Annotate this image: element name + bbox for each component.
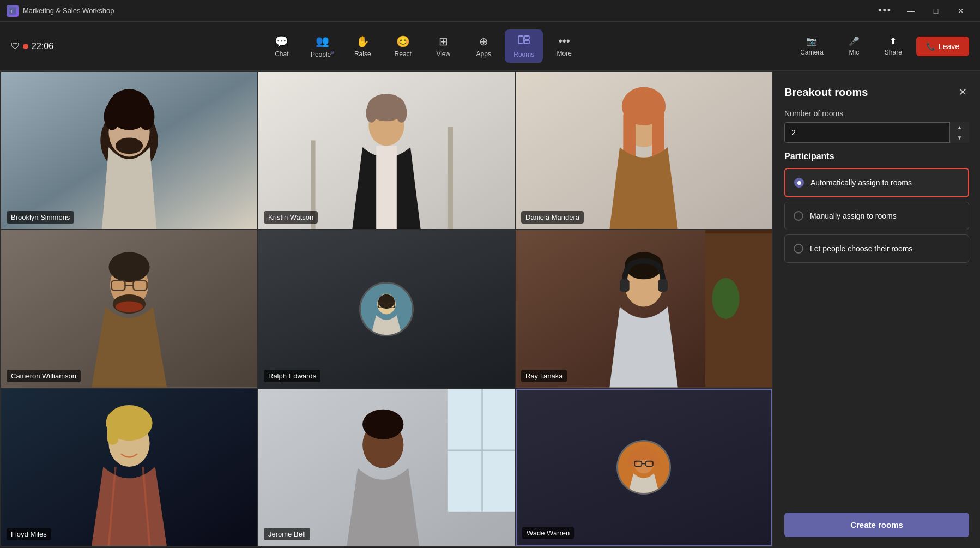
manual-assign-label: Manually assign to rooms — [810, 212, 897, 220]
name-brooklyn: Brooklyn Simmons — [7, 211, 74, 224]
svg-rect-17 — [448, 127, 453, 229]
video-cell-cameron: Cameron Williamson — [1, 230, 257, 387]
chat-label: Chat — [275, 50, 288, 58]
auto-assign-option[interactable]: Automatically assign to rooms — [784, 168, 969, 197]
manual-assign-radio[interactable] — [794, 211, 803, 221]
rooms-icon — [518, 34, 530, 49]
participants-section: Participants Automatically assign to roo… — [784, 152, 969, 267]
nav-raise[interactable]: ✋ Raise — [343, 31, 382, 62]
chat-icon: 💬 — [275, 35, 288, 48]
react-icon: 😊 — [396, 35, 410, 48]
close-button[interactable]: ✕ — [948, 2, 973, 20]
toolbar-right: 📷 Camera 🎤 Mic ⬆ Share 📞 Leave — [793, 32, 969, 61]
name-floyd: Floyd Miles — [7, 528, 51, 540]
panel-body: Number of rooms ▲ ▼ Participants Automat… — [773, 109, 980, 548]
share-label: Share — [885, 49, 902, 56]
number-of-rooms-label: Number of rooms — [784, 109, 969, 118]
auto-assign-label: Automatically assign to rooms — [810, 178, 912, 187]
spacer — [784, 276, 969, 504]
auto-assign-radio[interactable] — [794, 178, 804, 188]
nav-react[interactable]: 😊 React — [384, 31, 422, 62]
name-kristin: Kristin Watson — [264, 211, 318, 224]
name-jerome: Jerome Bell — [264, 528, 310, 540]
people-label: People9 — [311, 50, 334, 58]
raise-icon: ✋ — [356, 35, 370, 48]
name-ralph: Ralph Edwards — [264, 370, 320, 382]
apps-icon: ⊕ — [479, 35, 488, 48]
rooms-number-input[interactable] — [784, 122, 969, 143]
leave-label: Leave — [939, 42, 959, 51]
minimize-button[interactable]: — — [898, 2, 923, 20]
panel-close-button[interactable]: ✕ — [957, 84, 969, 100]
react-label: React — [395, 50, 412, 58]
decrement-button[interactable]: ▼ — [950, 133, 969, 143]
name-cameron: Cameron Williamson — [7, 370, 81, 382]
video-cell-ralph: Ralph Edwards — [258, 230, 515, 387]
camera-action[interactable]: 📷 Camera — [793, 32, 831, 61]
svg-rect-2 — [518, 36, 523, 44]
mic-icon: 🎤 — [849, 36, 860, 46]
svg-rect-23 — [376, 146, 397, 229]
recording-indicator: 🛡 22:06 — [11, 41, 53, 51]
rooms-number-wrapper: ▲ ▼ — [784, 122, 969, 143]
more-label: More — [557, 50, 572, 57]
window-dots[interactable]: ••• — [878, 5, 892, 16]
name-wade: Wade Warren — [522, 527, 574, 539]
create-rooms-button[interactable]: Create rooms — [784, 513, 969, 537]
svg-text:T: T — [10, 9, 13, 14]
leave-button[interactable]: 📞 Leave — [916, 37, 969, 56]
increment-button[interactable]: ▲ — [950, 122, 969, 133]
recording-dot — [23, 44, 28, 49]
svg-point-12 — [104, 103, 120, 130]
app-icon: T — [7, 5, 19, 17]
toolbar-left: 🛡 22:06 — [11, 41, 53, 51]
svg-point-14 — [116, 137, 143, 154]
rooms-count-section: Number of rooms ▲ ▼ — [784, 109, 969, 143]
share-action[interactable]: ⬆ Share — [877, 32, 910, 61]
svg-point-21 — [366, 104, 377, 123]
mic-action[interactable]: 🎤 Mic — [838, 32, 870, 61]
nav-more[interactable]: ••• More — [545, 31, 583, 62]
video-cell-ray: Ray Tanaka — [516, 230, 772, 387]
video-cell-kristin: Kristin Watson — [258, 72, 515, 229]
toolbar-nav: 💬 Chat 👥 People9 ✋ Raise 😊 React ⊞ View … — [263, 29, 583, 63]
svg-rect-49 — [620, 280, 630, 292]
maximize-button[interactable]: □ — [923, 2, 948, 20]
title-bar: T Marketing & Sales Workshop ••• — □ ✕ — [0, 0, 980, 22]
nav-view[interactable]: ⊞ View — [424, 31, 462, 62]
nav-chat[interactable]: 💬 Chat — [263, 31, 301, 62]
nav-apps[interactable]: ⊕ Apps — [464, 31, 503, 62]
camera-label: Camera — [800, 49, 824, 56]
name-ray: Ray Tanaka — [521, 370, 567, 382]
svg-rect-54 — [107, 424, 118, 445]
svg-rect-50 — [658, 280, 668, 292]
choose-label: Let people choose their rooms — [810, 244, 912, 253]
rooms-label: Rooms — [513, 51, 534, 58]
video-grid: Brooklyn Simmons — [0, 71, 773, 547]
nav-rooms[interactable]: Rooms — [505, 29, 543, 63]
svg-point-22 — [396, 104, 407, 123]
mic-label: Mic — [849, 49, 859, 56]
svg-point-36 — [116, 302, 143, 312]
main-content: Brooklyn Simmons — [0, 71, 980, 548]
apps-label: Apps — [476, 50, 491, 58]
manual-assign-option[interactable]: Manually assign to rooms — [784, 202, 969, 230]
video-cell-floyd: Floyd Miles — [1, 389, 257, 546]
video-cell-daniela: Daniela Mandera — [516, 72, 772, 229]
nav-people[interactable]: 👥 People9 — [303, 30, 341, 63]
choose-radio[interactable] — [794, 244, 803, 254]
video-cell-jerome: Jerome Bell — [258, 389, 515, 546]
choose-option[interactable]: Let people choose their rooms — [784, 234, 969, 263]
svg-point-62 — [362, 410, 403, 439]
view-icon: ⊞ — [439, 35, 448, 48]
svg-point-13 — [138, 103, 154, 130]
more-icon: ••• — [559, 35, 570, 47]
title-bar-left: T Marketing & Sales Workshop — [7, 5, 114, 17]
breakout-panel: Breakout rooms ✕ Number of rooms ▲ ▼ Par… — [773, 71, 980, 548]
video-cell-wade: Wade Warren — [516, 389, 772, 546]
svg-rect-45 — [705, 230, 772, 233]
name-daniela: Daniela Mandera — [521, 211, 584, 224]
number-arrows: ▲ ▼ — [949, 122, 969, 143]
video-grid-area: Brooklyn Simmons — [0, 71, 773, 548]
window-title: Marketing & Sales Workshop — [23, 7, 114, 15]
